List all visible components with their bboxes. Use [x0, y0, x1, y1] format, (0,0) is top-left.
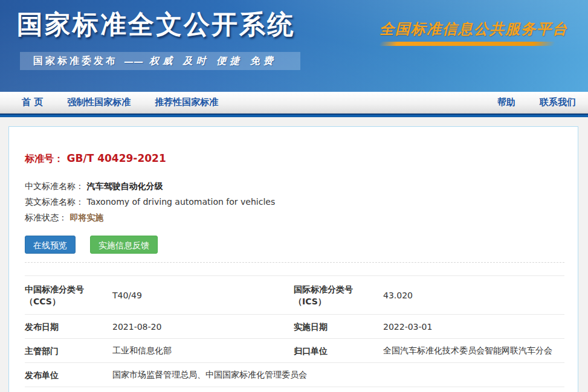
- main-nav: 首 页 强制性国家标准 推荐性国家标准 帮助 联系我们: [0, 92, 588, 114]
- site-header: 国家标准全文公开系统 全国标准信息公共服务平台 国家标准委发布 —— 权威 及时…: [0, 0, 588, 92]
- site-title: 国家标准全文公开系统: [17, 7, 295, 42]
- detail-table: 中国标准分类号 （CCS） T40/49 国际标准分类号 （ICS） 43.02…: [25, 275, 564, 387]
- ics-value: 43.020: [383, 291, 564, 300]
- ccs-value: T40/49: [112, 291, 294, 300]
- status-badge: 即将实施: [69, 213, 103, 222]
- nav-right-group: 帮助 联系我们: [497, 97, 576, 108]
- table-row-classification: 中国标准分类号 （CCS） T40/49 国际标准分类号 （ICS） 43.02…: [25, 276, 564, 315]
- standard-detail-card: 标准号： GB/T 40429-2021 中文标准名称： 汽车驾驶自动化分级 英…: [8, 126, 578, 392]
- publish-unit-label: 发布单位: [25, 369, 112, 381]
- competent-dept-value: 工业和信息化部: [112, 345, 294, 356]
- platform-brand-link[interactable]: 全国标准信息公共服务平台: [380, 19, 555, 46]
- page-content: 标准号： GB/T 40429-2021 中文标准名称： 汽车驾驶自动化分级 英…: [0, 117, 588, 392]
- table-row-departments: 主管部门 工业和信息化部 归口单位 全国汽车标准化技术委员会智能网联汽车分会: [25, 339, 564, 363]
- nav-item-contact-us[interactable]: 联系我们: [540, 97, 576, 108]
- en-name-label: 英文标准名称：: [25, 197, 84, 207]
- status-label: 标准状态：: [25, 213, 67, 222]
- slogan-banner: 国家标准委发布 —— 权威 及时 便捷 免费: [20, 52, 300, 70]
- table-row-publisher: 发布单位 国家市场监督管理总局、中国国家标准化管理委员会: [25, 363, 564, 387]
- standard-number-label: 标准号：: [25, 153, 63, 164]
- slogan-dash: ——: [124, 56, 143, 67]
- platform-name: 全国标准信息公共服务平台: [380, 19, 555, 39]
- cn-name-row: 中文标准名称： 汽车驾驶自动化分级: [25, 178, 564, 194]
- implementation-feedback-button[interactable]: 实施信息反馈: [90, 236, 158, 254]
- centralized-unit-value: 全国汽车标准化技术委员会智能网联汽车分会: [383, 345, 564, 356]
- standard-number-value: GB/T 40429-2021: [67, 152, 166, 164]
- nav-item-recommended-standards[interactable]: 推荐性国家标准: [155, 97, 218, 108]
- implement-date-value: 2022-03-01: [383, 322, 564, 332]
- competent-dept-label: 主管部门: [25, 345, 112, 357]
- status-row: 标准状态： 即将实施: [25, 210, 564, 225]
- slogan-issuer: 国家标准委发布: [33, 55, 118, 68]
- ccs-label: 中国标准分类号 （CCS）: [25, 283, 112, 307]
- ics-label: 国际标准分类号 （ICS）: [294, 283, 383, 307]
- publish-unit-value: 国家市场监督管理总局、中国国家标准化管理委员会: [112, 370, 564, 381]
- cn-name-label: 中文标准名称：: [25, 181, 84, 191]
- nav-left-group: 首 页 强制性国家标准 推荐性国家标准: [22, 97, 218, 108]
- cn-name-value: 汽车驾驶自动化分级: [86, 181, 163, 191]
- publish-date-label: 发布日期: [25, 321, 112, 333]
- online-preview-button[interactable]: 在线预览: [25, 236, 76, 254]
- brush-underline-decoration: [378, 42, 555, 46]
- nav-item-help[interactable]: 帮助: [497, 97, 515, 108]
- en-name-row: 英文标准名称： Taxonomy of driving automation f…: [25, 194, 564, 210]
- slogan-keywords: 权威 及时 便捷 免费: [149, 55, 277, 68]
- centralized-unit-label: 归口单位: [294, 345, 383, 357]
- action-buttons: 在线预览 实施信息反馈: [25, 236, 564, 254]
- implement-date-label: 实施日期: [294, 321, 383, 333]
- dashed-divider: [25, 262, 564, 263]
- nav-item-mandatory-standards[interactable]: 强制性国家标准: [67, 97, 131, 108]
- publish-date-value: 2021-08-20: [112, 322, 294, 332]
- en-name-value: Taxonomy of driving automation for vehic…: [86, 197, 275, 207]
- standard-number-row: 标准号： GB/T 40429-2021: [25, 152, 564, 165]
- table-row-dates: 发布日期 2021-08-20 实施日期 2022-03-01: [25, 315, 564, 339]
- nav-item-home[interactable]: 首 页: [22, 97, 43, 108]
